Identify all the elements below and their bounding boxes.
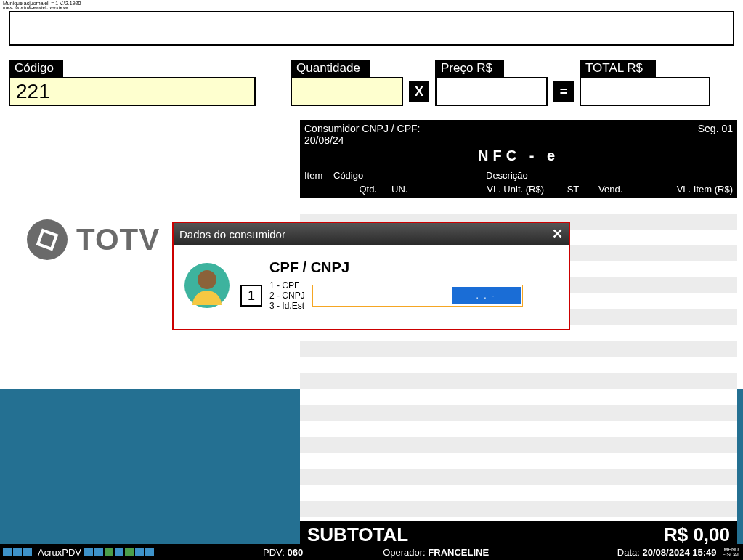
- totvs-icon: [25, 218, 69, 261]
- total-label: TOTAL R$: [580, 60, 656, 77]
- brand-logo: TOTV: [25, 218, 160, 261]
- grid-date: 20/08/24: [304, 134, 733, 146]
- modal-title-bar: Dados do consumidor ✕: [174, 223, 569, 245]
- pdv-value: 060: [287, 547, 303, 558]
- table-row: [300, 501, 737, 517]
- consumer-label: Consumidor CNPJ / CPF:: [304, 123, 420, 134]
- codigo-group: Código: [9, 60, 256, 106]
- col-qtd: Qtd.: [333, 184, 377, 195]
- col-descricao: Descrição: [486, 170, 609, 181]
- subtotal-label: SUBTOTAL: [307, 524, 408, 546]
- col-item: Item: [304, 170, 333, 181]
- status-icons: [3, 548, 32, 556]
- status-icons-2: [84, 548, 154, 556]
- table-row: [300, 373, 737, 389]
- sale-fields-row: Código Quantidade X Preço R$ = TOTAL R$: [9, 60, 734, 106]
- modal-title-text: Dados do consumidor: [179, 228, 285, 240]
- quantidade-group: Quantidade: [291, 60, 403, 106]
- preco-group: Preço R$: [435, 60, 548, 106]
- status-icon: [145, 548, 154, 556]
- modal-heading: CPF / CNPJ: [269, 259, 558, 276]
- status-icon: [84, 548, 93, 556]
- description-input-row: [9, 11, 734, 46]
- status-icon: [135, 548, 144, 556]
- doc-type-input[interactable]: 1: [240, 285, 262, 307]
- consumer-data-modal: Dados do consumidor ✕ CPF / CNPJ 1 1 - C…: [172, 222, 570, 330]
- preco-input[interactable]: [435, 77, 548, 106]
- modal-body: CPF / CNPJ 1 1 - CPF 2 - CNPJ 3 - Id.Est…: [174, 245, 569, 329]
- col-vlitem: VL. Item (R$): [635, 184, 733, 195]
- status-icon: [23, 548, 32, 556]
- quantidade-input[interactable]: [291, 77, 403, 106]
- product-name: AcruxPDV: [38, 547, 81, 558]
- grid-header: Consumidor CNPJ / CPF: Seg. 01 20/08/24 …: [300, 120, 737, 169]
- brand-text: TOTV: [76, 222, 160, 257]
- doc-type-options: 1 - CPF 2 - CNPJ 3 - Id.Est: [269, 280, 305, 311]
- col-vlunit: VL. Unit. (R$): [479, 184, 544, 195]
- close-icon[interactable]: ✕: [552, 226, 563, 242]
- menu-fiscal-button[interactable]: MENUFISCAL: [722, 547, 740, 557]
- status-icon: [94, 548, 103, 556]
- total-group: TOTAL R$: [580, 60, 710, 106]
- status-icon: [125, 548, 134, 556]
- table-row: [300, 405, 737, 421]
- table-row: [300, 485, 737, 501]
- description-input[interactable]: [9, 11, 734, 46]
- window-title-bar: Munique acjuornalell = 1 V.\2.1920: [0, 0, 743, 7]
- document-input-wrapper: . . -: [312, 285, 523, 307]
- option-cpf: 1 - CPF: [269, 280, 305, 291]
- modal-content: CPF / CNPJ 1 1 - CPF 2 - CNPJ 3 - Id.Est…: [240, 259, 558, 311]
- option-cnpj: 2 - CNPJ: [269, 291, 305, 301]
- quantidade-label: Quantidade: [291, 60, 370, 77]
- codigo-label: Código: [9, 60, 63, 77]
- equals-indicator: =: [553, 81, 574, 102]
- status-icon: [115, 548, 123, 556]
- table-row: [300, 198, 737, 214]
- status-icon: [105, 548, 113, 556]
- date-label: Data: 20/08/2024 15:49: [617, 547, 717, 558]
- nfce-title: NFC - e: [304, 146, 733, 166]
- table-row: [300, 453, 737, 469]
- document-mask-highlight: . . -: [452, 287, 521, 304]
- col-st: ST: [559, 184, 588, 195]
- col-un: UN.: [391, 184, 421, 195]
- document-input[interactable]: [314, 287, 452, 304]
- multiply-indicator: X: [409, 81, 429, 102]
- status-icon: [3, 548, 12, 556]
- col-codigo: Código: [333, 170, 457, 181]
- date-value: 20/08/2024 15:49: [643, 547, 717, 558]
- table-row: [300, 357, 737, 373]
- grid-columns-row1: Item Código Descrição: [300, 169, 737, 182]
- table-row: [300, 389, 737, 405]
- table-row: [300, 421, 737, 437]
- preco-label: Preço R$: [435, 60, 504, 77]
- table-row: [300, 469, 737, 485]
- operator-value: FRANCELINE: [428, 547, 489, 558]
- pdv-label: PDV: 060: [263, 547, 303, 558]
- status-icon: [13, 548, 22, 556]
- grid-columns-row2: Qtd. UN. VL. Unit. (R$) ST Vend. VL. Ite…: [300, 182, 737, 198]
- modal-form-row: 1 1 - CPF 2 - CNPJ 3 - Id.Est . . -: [240, 280, 558, 311]
- operator-label: Operador: FRANCELINE: [383, 547, 489, 558]
- person-icon: [184, 263, 230, 308]
- subtotal-value: R$ 0,00: [664, 524, 730, 546]
- total-input[interactable]: [580, 77, 710, 106]
- option-idest: 3 - Id.Est: [269, 301, 305, 311]
- status-bar: AcruxPDV PDV: 060 Operador: FRANCELINE D…: [0, 544, 743, 560]
- col-vend: Vend.: [598, 184, 635, 195]
- codigo-input[interactable]: [9, 77, 256, 106]
- seg-label: Seg. 01: [698, 123, 733, 134]
- table-row: [300, 341, 737, 357]
- table-row: [300, 437, 737, 453]
- window-subtitle: mex: tsteinacessiel: westeve: [3, 5, 68, 9]
